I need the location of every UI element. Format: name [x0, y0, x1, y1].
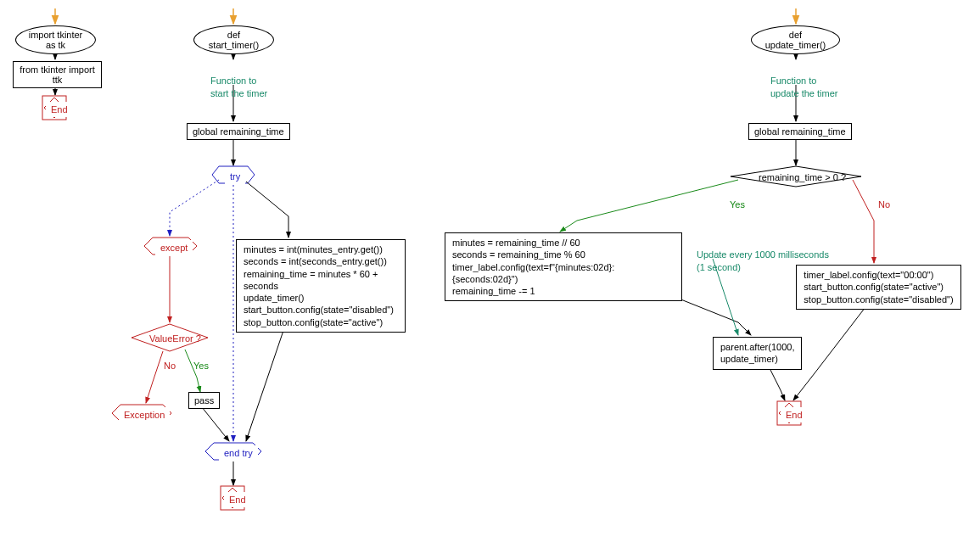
import-text: import tkinter as tk: [26, 30, 85, 50]
no-text-2: No: [878, 199, 890, 210]
end-text-2: End: [229, 495, 246, 505]
try-body-text: minutes = int(minutes_entry.get()) secon…: [244, 243, 398, 328]
def-start-timer: def start_timer(): [193, 25, 274, 54]
no-label-2: No: [878, 199, 890, 210]
def-start-timer-text: def start_timer(): [204, 30, 263, 50]
try-body: minutes = int(minutes_entry.get()) secon…: [236, 239, 406, 333]
end-label-1: End: [46, 102, 73, 117]
condition-text: remaining_time > 0 ?: [759, 172, 846, 182]
from-import-text: from tkinter import ttk: [19, 64, 96, 85]
from-import-node: from tkinter import ttk: [13, 61, 102, 88]
no-body-node: timer_label.config(text="00:00") start_b…: [796, 265, 961, 310]
def-update-timer: def update_timer(): [751, 25, 840, 54]
end-text-3: End: [786, 410, 803, 420]
except-node: except: [155, 240, 193, 255]
end-try-node: end try: [219, 445, 258, 461]
no-label-1: No: [164, 361, 176, 371]
exception-text: Exception: [124, 410, 165, 420]
try-node: try: [225, 169, 245, 184]
after-body-text: parent.after(1000, update_timer): [720, 341, 794, 366]
import-node: import tkinter as tk: [15, 25, 96, 54]
global-remaining-1: global remaining_time: [187, 123, 290, 140]
yes-text-1: Yes: [193, 361, 209, 371]
global-remaining-2: global remaining_time: [748, 123, 852, 140]
except-text: except: [160, 243, 188, 253]
yes-text-2: Yes: [730, 199, 745, 210]
start-timer-comment: Function to start the timer: [204, 59, 274, 103]
try-text: try: [230, 171, 240, 182]
end-try-text: end try: [224, 448, 253, 458]
condition-node: remaining_time > 0 ?: [753, 170, 851, 185]
yes-label-1: Yes: [193, 361, 209, 371]
update-timer-comment: Function to update the timer: [764, 59, 845, 103]
after-body-node: parent.after(1000, update_timer): [713, 337, 802, 370]
start-timer-comment-text: Function to start the timer: [210, 76, 267, 98]
end-text-1: End: [51, 104, 68, 115]
no-text-1: No: [164, 361, 176, 371]
def-update-timer-text: def update_timer(): [762, 30, 829, 50]
no-body-text: timer_label.config(text="00:00") start_b…: [804, 269, 953, 305]
end-label-2: End: [224, 492, 251, 507]
pass-node: pass: [188, 392, 220, 409]
pass-text: pass: [194, 395, 214, 406]
exception-node: Exception: [119, 407, 170, 422]
update-timer-comment-text: Function to update the timer: [770, 76, 838, 98]
global-text-1: global remaining_time: [193, 126, 284, 137]
yes-label-2: Yes: [730, 199, 745, 210]
value-error-text: ValueError ?: [149, 333, 201, 344]
yes-body-text: minutes = remaining_time // 60 seconds =…: [452, 237, 675, 297]
value-error-node: ValueError ?: [144, 331, 206, 346]
global-text-2: global remaining_time: [754, 126, 846, 137]
end-label-3: End: [781, 407, 808, 422]
yes-body-node: minutes = remaining_time // 60 seconds =…: [445, 232, 682, 301]
